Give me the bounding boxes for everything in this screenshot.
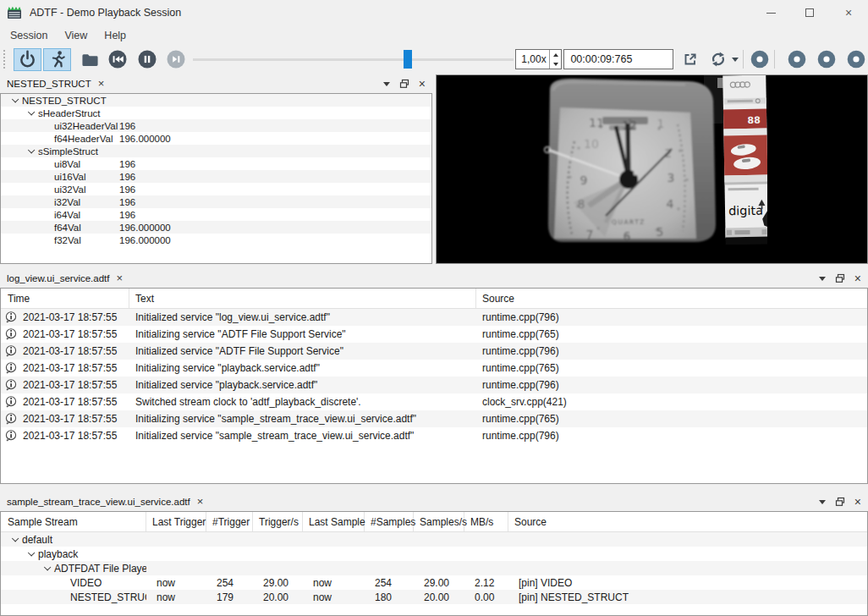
panel-controls: × <box>383 74 426 93</box>
expander-chevron-icon[interactable] <box>8 98 22 103</box>
log-row[interactable]: 2021-03-17 18:57:55 Initializing service… <box>1 410 867 427</box>
playback-time-field[interactable]: 00:00:09:765 <box>563 49 673 69</box>
panel-close-icon[interactable]: × <box>854 273 861 284</box>
trace-row[interactable]: ADTFDAT File Player <box>1 561 867 575</box>
mbs-value: 0.00 <box>464 591 508 603</box>
speed-decrease-button[interactable] <box>550 59 561 69</box>
trace-row[interactable]: playback <box>1 547 867 561</box>
tree-row[interactable]: NESTED_STRUCT <box>1 94 431 107</box>
tree-row[interactable]: i64Val 196 <box>1 208 431 221</box>
column-header-text[interactable]: Text <box>129 289 476 308</box>
playback-speed-spinbox[interactable]: 1,00x <box>515 49 562 69</box>
tab-close-icon[interactable]: × <box>98 79 105 89</box>
slider-track[interactable] <box>193 58 514 61</box>
expander-chevron-icon[interactable] <box>41 566 54 571</box>
panel-menu-icon[interactable] <box>819 277 826 281</box>
stream-node: NESTED_STRUCT <box>1 591 146 603</box>
expander-chevron-icon[interactable] <box>25 111 38 116</box>
pause-button[interactable] <box>135 48 159 71</box>
marker-icon <box>750 49 770 69</box>
tree-row[interactable]: sSimpleStruct <box>1 145 431 157</box>
loop-dropdown-arrow[interactable] <box>732 58 739 62</box>
expander-chevron-icon[interactable] <box>8 537 22 542</box>
log-source: clock_srv.cpp(421) <box>476 396 867 408</box>
log-row[interactable]: 2021-03-17 18:57:55 Initialized service … <box>1 309 867 326</box>
column-header-last-sample[interactable]: Last Sample <box>303 512 365 531</box>
log-row[interactable]: 2021-03-17 18:57:55 Initialized service … <box>1 343 867 360</box>
speed-increase-button[interactable] <box>550 50 561 59</box>
toolbar-drag-handle[interactable] <box>3 49 7 69</box>
panel-close-icon[interactable]: × <box>854 497 861 508</box>
tab-close-icon[interactable]: × <box>116 273 123 283</box>
marker-button-3[interactable] <box>815 48 839 71</box>
tab-nested-struct[interactable]: NESTED_STRUCT <box>7 79 91 89</box>
column-header-sample-rate[interactable]: Samples/s <box>414 512 464 531</box>
close-button[interactable]: × <box>829 0 868 25</box>
toolbar-separator <box>743 50 744 69</box>
menu-session[interactable]: Session <box>8 27 50 44</box>
column-header-num-samples[interactable]: #Samples <box>365 512 414 531</box>
tree-row[interactable]: ui8Val 196 <box>1 157 431 170</box>
tree-row[interactable]: ui16Val 196 <box>1 170 431 183</box>
tab-close-icon[interactable]: × <box>197 497 204 507</box>
trace-row[interactable]: NESTED_STRUCT now 179 20.00 now 180 20.0… <box>1 590 867 604</box>
expander-chevron-icon[interactable] <box>25 149 38 154</box>
column-header-sample-stream[interactable]: Sample Stream <box>1 512 146 531</box>
tab-log-view[interactable]: log_view.ui_service.adtf <box>7 273 109 283</box>
skip-to-start-button[interactable] <box>106 48 130 71</box>
open-file-button[interactable] <box>78 48 102 71</box>
log-row[interactable]: 2021-03-17 18:57:55 Initialized service … <box>1 427 867 444</box>
menu-help[interactable]: Help <box>102 27 129 44</box>
trigger-rate-value: 29.00 <box>253 577 303 589</box>
panel-menu-icon[interactable] <box>383 82 390 86</box>
panel-menu-icon[interactable] <box>819 500 826 504</box>
tree-row[interactable]: ui32Val 196 <box>1 183 431 195</box>
expander-chevron-icon[interactable] <box>25 552 38 557</box>
column-header-source[interactable]: Source <box>508 512 867 531</box>
tree-row[interactable]: f64HeaderVal 196.000000 <box>1 132 431 145</box>
column-header-trigger-rate[interactable]: Trigger/s <box>253 512 303 531</box>
open-external-button[interactable] <box>678 48 703 71</box>
panel-close-icon[interactable]: × <box>419 79 426 90</box>
tree-row[interactable]: f64Val 196.000000 <box>1 221 431 234</box>
tree-row[interactable]: f32Val 196.000000 <box>1 234 431 246</box>
marker-button-4[interactable] <box>844 48 868 71</box>
column-header-mbs[interactable]: MB/s <box>464 512 508 531</box>
slider-handle[interactable] <box>404 50 412 69</box>
column-header-time[interactable]: Time <box>1 289 129 308</box>
panel-float-icon[interactable] <box>399 79 409 89</box>
minimize-button[interactable] <box>751 0 790 25</box>
menu-view[interactable]: View <box>62 27 90 44</box>
stream-name: ADTFDAT File Player <box>54 563 146 575</box>
column-header-last-trigger[interactable]: Last Trigger <box>146 512 206 531</box>
playback-position-slider[interactable] <box>193 48 514 70</box>
run-button[interactable] <box>43 48 71 71</box>
panel-float-icon[interactable] <box>835 273 845 283</box>
tree-indent <box>1 227 41 228</box>
maximize-button[interactable] <box>790 0 829 25</box>
log-time: 2021-03-17 18:57:55 <box>23 430 117 442</box>
log-row[interactable]: 2021-03-17 18:57:55 Switched stream cloc… <box>1 393 867 410</box>
log-row[interactable]: 2021-03-17 18:57:55 Initializing service… <box>1 326 867 343</box>
loop-icon <box>708 49 728 69</box>
tree-row[interactable]: i32Val 196 <box>1 195 431 208</box>
trace-row[interactable]: default <box>1 532 867 547</box>
power-button[interactable] <box>14 48 41 71</box>
info-icon <box>5 413 17 425</box>
column-header-num-trigger[interactable]: #Trigger <box>206 512 253 531</box>
maximize-icon <box>805 8 814 17</box>
skip-to-end-button[interactable] <box>164 48 189 71</box>
log-row[interactable]: 2021-03-17 18:57:55 Initializing service… <box>1 360 867 377</box>
tab-sample-stream-trace[interactable]: sample_stream_trace_view.ui_service.adtf <box>7 497 190 507</box>
log-row[interactable]: 2021-03-17 18:57:55 Initialized service … <box>1 377 867 393</box>
close-icon: × <box>845 7 852 19</box>
trace-row[interactable]: VIDEO now 254 29.00 now 254 29.00 2.12 [… <box>1 575 867 590</box>
marker-button-1[interactable] <box>748 48 772 71</box>
marker-button-2[interactable] <box>784 48 809 71</box>
tree-indent <box>1 176 41 177</box>
column-header-source[interactable]: Source <box>476 289 867 308</box>
panel-float-icon[interactable] <box>835 497 845 507</box>
loop-button[interactable] <box>706 48 741 71</box>
tree-row[interactable]: sHeaderStruct <box>1 107 431 119</box>
tree-row[interactable]: ui32HeaderVal 196 <box>1 119 431 132</box>
